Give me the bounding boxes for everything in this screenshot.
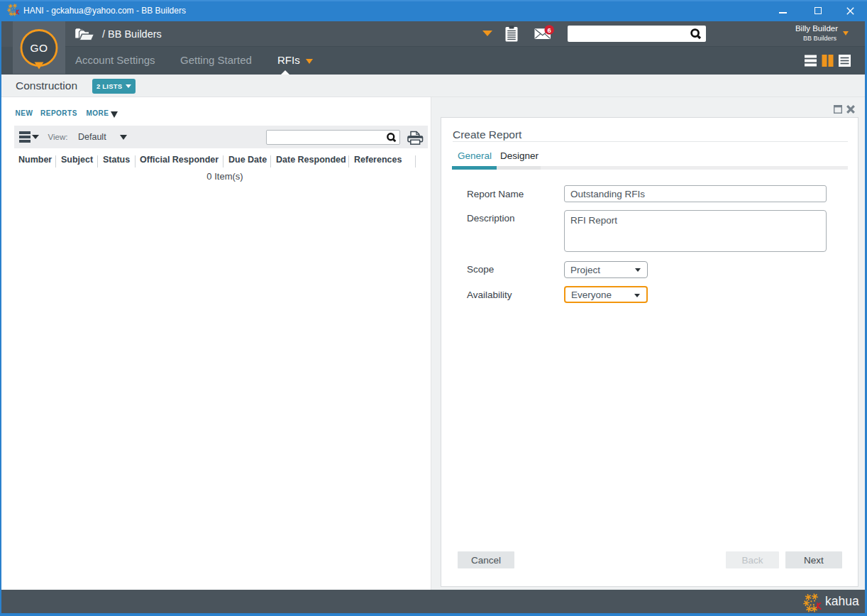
scope-label: Scope [467, 264, 494, 275]
rfi-list-panel: NEWREPORTSMORE View: Default NumberSubje… [1, 97, 431, 590]
column-separator [415, 155, 416, 167]
column-separator [135, 155, 136, 167]
expand-pane-icon[interactable] [834, 105, 842, 114]
header-divider [65, 46, 867, 47]
cancel-button[interactable]: Cancel [458, 551, 514, 568]
scope-select[interactable]: Project [564, 261, 648, 278]
empty-items-text: 0 Item(s) [10, 171, 440, 182]
list-toolbar: View: Default [14, 126, 428, 148]
go-label: GO [13, 42, 65, 55]
view-rows-icon[interactable] [805, 55, 817, 67]
projects-folder-icon[interactable] [74, 26, 94, 41]
nav-item-getting-started[interactable]: Getting Started [180, 47, 252, 75]
tab-designer[interactable]: Designer [500, 150, 539, 161]
title-bar: HANI - gckahua@yahoo.com - BB Builders [0, 0, 867, 21]
column-separator [97, 155, 98, 167]
back-button[interactable]: Back [726, 551, 779, 568]
kahua-logo-icon [803, 593, 822, 612]
column-header-references[interactable]: References [354, 155, 402, 165]
close-button[interactable] [838, 0, 862, 21]
view-label: View: [48, 126, 68, 148]
maximize-icon [814, 7, 822, 14]
user-company: BB Builders [683, 35, 836, 42]
nav-item-account-settings[interactable]: Account Settings [75, 47, 155, 75]
column-separator [223, 155, 223, 167]
column-header-status[interactable]: Status [103, 155, 130, 165]
create-report-dialog: Create Report General Designer Report Na… [441, 117, 858, 587]
window-title: HANI - gckahua@yahoo.com - BB Builders [23, 0, 186, 21]
report-name-input[interactable] [564, 185, 827, 202]
scope-caret-icon [635, 268, 641, 272]
minimize-icon [779, 12, 787, 13]
close-pane-icon[interactable] [846, 105, 855, 114]
scope-value: Project [570, 265, 600, 275]
view-list-icon[interactable] [839, 55, 851, 67]
maximize-button[interactable] [806, 0, 830, 21]
tab-general[interactable]: General [458, 150, 492, 161]
rfis-dropdown-caret[interactable] [306, 59, 313, 64]
view-columns-icon[interactable] [822, 55, 834, 67]
column-header-number[interactable]: Number [18, 155, 52, 165]
kahua-app-icon [7, 4, 20, 16]
action-new[interactable]: NEW [16, 109, 33, 119]
column-header-official-responder[interactable]: Official Responder [140, 155, 219, 165]
more-caret-icon[interactable] [111, 111, 118, 118]
user-menu-caret[interactable] [843, 31, 849, 35]
active-tab-notch [281, 70, 289, 75]
tabline-active-segment [452, 166, 497, 170]
messages-icon[interactable]: 6 [534, 23, 557, 42]
close-icon [846, 7, 854, 15]
breadcrumb-dropdown-caret[interactable] [482, 31, 492, 36]
lists-button-label: 2 LISTS [96, 82, 122, 90]
svg-text:6: 6 [548, 26, 551, 34]
column-header-date-responded[interactable]: Date Responded [276, 155, 346, 165]
column-separator [348, 155, 349, 167]
column-separator [55, 155, 56, 167]
column-header-subject[interactable]: Subject [61, 155, 93, 165]
list-search-input[interactable] [266, 130, 400, 145]
footer-bar [0, 590, 867, 613]
dialog-title: Create Report [453, 128, 521, 141]
project-name: Construction [16, 75, 77, 97]
window-border-bottom [0, 613, 867, 616]
report-name-label: Report Name [467, 189, 524, 199]
go-home-tile[interactable]: GO [13, 21, 65, 74]
list-search-icon[interactable] [386, 132, 397, 143]
view-select[interactable]: Default [78, 126, 106, 148]
print-icon[interactable] [407, 131, 424, 145]
title-divider [453, 141, 848, 142]
view-caret-icon[interactable] [120, 135, 127, 140]
availability-label: Availability [467, 290, 512, 300]
action-reports[interactable]: REPORTS [40, 109, 77, 119]
menu-icon[interactable] [19, 131, 31, 143]
lists-caret-icon [126, 84, 131, 88]
column-separator [270, 155, 271, 167]
availability-select[interactable]: Everyone [564, 286, 648, 303]
availability-value: Everyone [571, 290, 612, 300]
action-more[interactable]: MORE [87, 109, 109, 119]
tabline-designer-segment [496, 166, 541, 170]
user-name[interactable]: Billy Builder [683, 24, 838, 33]
column-header-due-date[interactable]: Due Date [228, 155, 267, 165]
kahua-brand-text: kahua [825, 590, 859, 613]
minimize-button[interactable] [771, 0, 795, 21]
next-button[interactable]: Next [785, 551, 842, 568]
breadcrumb[interactable]: / BB Builders [102, 21, 162, 47]
availability-caret-icon [634, 294, 640, 297]
tasks-clipboard-icon[interactable] [505, 26, 518, 42]
description-label: Description [467, 213, 515, 224]
menu-caret-icon[interactable] [32, 135, 39, 139]
description-input[interactable] [564, 210, 827, 252]
main-area: NEWREPORTSMORE View: Default NumberSubje… [0, 97, 867, 590]
window-border-left [0, 21, 1, 616]
lists-dropdown-button[interactable]: 2 LISTS [92, 79, 136, 94]
